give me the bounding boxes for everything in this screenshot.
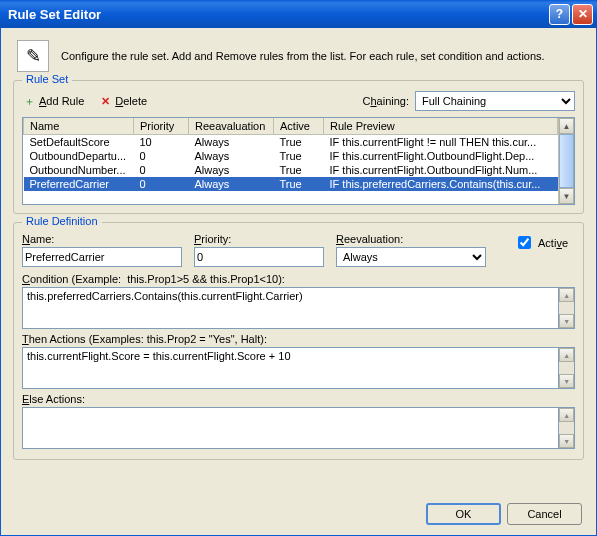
- reeval-label: Reevaluation:: [336, 233, 486, 245]
- col-name[interactable]: Name: [24, 118, 134, 135]
- table-cell: PreferredCarrier: [24, 177, 134, 191]
- intro-row: ✎ Configure the rule set. Add and Remove…: [17, 40, 584, 72]
- else-textarea[interactable]: [22, 407, 559, 449]
- help-button[interactable]: ?: [549, 4, 570, 25]
- table-cell: OutboundDepartu...: [24, 149, 134, 163]
- table-cell: True: [274, 163, 324, 177]
- then-label: Then Actions (Examples: this.Prop2 = "Ye…: [22, 333, 575, 345]
- table-cell: Always: [189, 135, 274, 150]
- rule-definition-group: Rule Definition Name: Priority: Reevalua…: [13, 222, 584, 460]
- condition-textarea[interactable]: this.preferredCarriers.Contains(this.cur…: [22, 287, 559, 329]
- table-cell: True: [274, 149, 324, 163]
- active-checkbox-label[interactable]: Active: [514, 233, 568, 252]
- rules-table[interactable]: Name Priority Reeavaluation Active Rule …: [23, 118, 558, 191]
- condition-label: Condition (Example: this.Prop1>5 && this…: [22, 273, 575, 285]
- reeval-select[interactable]: Always: [336, 247, 486, 267]
- table-row[interactable]: OutboundDepartu...0AlwaysTrueIF this.cur…: [24, 149, 558, 163]
- intro-text: Configure the rule set. Add and Remove r…: [61, 50, 545, 62]
- rule-type-icon: ✎: [17, 40, 49, 72]
- scroll-thumb[interactable]: [559, 134, 574, 188]
- rule-set-group-title: Rule Set: [22, 73, 72, 85]
- table-cell: True: [274, 135, 324, 150]
- title-bar: Rule Set Editor ? ✕: [0, 0, 597, 28]
- table-cell: IF this.currentFlight != null THEN this.…: [324, 135, 558, 150]
- table-cell: 10: [134, 135, 189, 150]
- ok-button[interactable]: OK: [426, 503, 501, 525]
- delete-icon: ✕: [98, 94, 112, 108]
- rule-set-group: Rule Set ＋ Add Rule ✕ Delete Chaining: F…: [13, 80, 584, 214]
- table-row[interactable]: SetDefaultScore10AlwaysTrueIF this.curre…: [24, 135, 558, 150]
- table-row[interactable]: OutboundNumber...0AlwaysTrueIF this.curr…: [24, 163, 558, 177]
- add-icon: ＋: [22, 94, 36, 108]
- active-checkbox[interactable]: [518, 236, 531, 249]
- table-cell: 0: [134, 149, 189, 163]
- table-cell: IF this.currentFlight.OutboundFlight.Num…: [324, 163, 558, 177]
- condition-scrollbar[interactable]: ▲▼: [559, 287, 575, 329]
- rules-table-wrap: Name Priority Reeavaluation Active Rule …: [22, 117, 575, 205]
- then-textarea[interactable]: this.currentFlight.Score = this.currentF…: [22, 347, 559, 389]
- table-cell: IF this.currentFlight.OutboundFlight.Dep…: [324, 149, 558, 163]
- table-cell: Always: [189, 149, 274, 163]
- table-cell: OutboundNumber...: [24, 163, 134, 177]
- table-cell: Always: [189, 163, 274, 177]
- chaining-control: Chaining: Full Chaining: [363, 91, 576, 111]
- table-cell: 0: [134, 163, 189, 177]
- table-cell: Always: [189, 177, 274, 191]
- scroll-down-icon[interactable]: ▼: [559, 188, 574, 204]
- else-scrollbar[interactable]: ▲▼: [559, 407, 575, 449]
- scroll-up-icon[interactable]: ▲: [559, 118, 574, 134]
- dialog-content: ✎ Configure the rule set. Add and Remove…: [0, 28, 597, 536]
- rule-definition-group-title: Rule Definition: [22, 215, 102, 227]
- table-cell: 0: [134, 177, 189, 191]
- rules-table-scrollbar[interactable]: ▲ ▼: [558, 118, 574, 204]
- dialog-footer: OK Cancel: [426, 503, 582, 525]
- name-input[interactable]: [22, 247, 182, 267]
- window-title: Rule Set Editor: [8, 7, 101, 22]
- priority-input[interactable]: [194, 247, 324, 267]
- delete-rule-button[interactable]: ✕ Delete: [98, 94, 147, 108]
- col-reeval[interactable]: Reeavaluation: [189, 118, 274, 135]
- cancel-button[interactable]: Cancel: [507, 503, 582, 525]
- col-priority[interactable]: Priority: [134, 118, 189, 135]
- delete-rule-label: Delete: [115, 95, 147, 107]
- add-rule-button[interactable]: ＋ Add Rule: [22, 94, 84, 108]
- col-preview[interactable]: Rule Preview: [324, 118, 558, 135]
- name-label: Name:: [22, 233, 182, 245]
- chaining-select[interactable]: Full Chaining: [415, 91, 575, 111]
- table-cell: IF this.preferredCarriers.Contains(this.…: [324, 177, 558, 191]
- active-label-text: Active: [538, 237, 568, 249]
- chaining-label: Chaining:: [363, 95, 410, 107]
- priority-label: Priority:: [194, 233, 324, 245]
- col-active[interactable]: Active: [274, 118, 324, 135]
- close-button[interactable]: ✕: [572, 4, 593, 25]
- table-cell: SetDefaultScore: [24, 135, 134, 150]
- rule-set-toolbar: ＋ Add Rule ✕ Delete Chaining: Full Chain…: [22, 91, 575, 111]
- table-cell: True: [274, 177, 324, 191]
- else-label: Else Actions:: [22, 393, 575, 405]
- table-row[interactable]: PreferredCarrier0AlwaysTrueIF this.prefe…: [24, 177, 558, 191]
- definition-row: Name: Priority: Reevaluation: Always Act…: [22, 233, 575, 267]
- then-scrollbar[interactable]: ▲▼: [559, 347, 575, 389]
- add-rule-label: Add Rule: [39, 95, 84, 107]
